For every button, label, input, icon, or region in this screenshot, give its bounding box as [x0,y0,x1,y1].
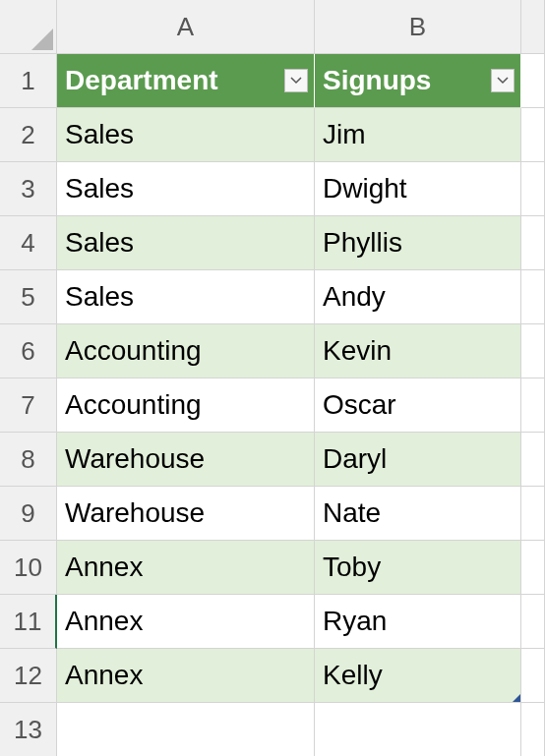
cell-stub[interactable] [521,595,545,649]
cell-stub[interactable] [521,324,545,378]
row-header-13[interactable]: 13 [0,703,57,756]
cell-stub[interactable] [521,649,545,703]
filter-button-department[interactable] [284,69,308,92]
cell-A7[interactable]: Accounting [57,378,315,433]
row-header-5[interactable]: 5 [0,270,57,324]
cell-B6[interactable]: Kevin [315,324,521,378]
cell-stub[interactable] [521,541,545,595]
select-all-corner[interactable] [0,0,57,54]
cell-B12[interactable]: Kelly [315,649,521,703]
cell-A10[interactable]: Annex [57,541,315,595]
cell-B9[interactable]: Nate [315,487,521,541]
row-header-7[interactable]: 7 [0,378,57,433]
cell-A8[interactable]: Warehouse [57,433,315,487]
cell-A13[interactable] [57,703,315,756]
column-header-A[interactable]: A [57,0,315,54]
cell-stub[interactable] [521,108,545,162]
row-header-11[interactable]: 11 [0,595,57,649]
cell-B2[interactable]: Jim [315,108,521,162]
row-header-9[interactable]: 9 [0,487,57,541]
row-header-12[interactable]: 12 [0,649,57,703]
cell-B7[interactable]: Oscar [315,378,521,433]
cell-A4[interactable]: Sales [57,216,315,270]
cell-A3[interactable]: Sales [57,162,315,216]
cell-stub[interactable] [521,487,545,541]
cell-B10[interactable]: Toby [315,541,521,595]
cell-stub[interactable] [521,378,545,433]
row-header-6[interactable]: 6 [0,324,57,378]
cell-A5[interactable]: Sales [57,270,315,324]
cell-B4[interactable]: Phyllis [315,216,521,270]
cell-B8[interactable]: Daryl [315,433,521,487]
cell-A6[interactable]: Accounting [57,324,315,378]
row-header-1[interactable]: 1 [0,54,57,108]
row-header-3[interactable]: 3 [0,162,57,216]
spreadsheet-grid[interactable]: A B 1 Department Signups 2 Sales Jim 3 S… [0,0,545,756]
row-header-10[interactable]: 10 [0,541,57,595]
table-header-department[interactable]: Department [57,54,315,108]
filter-button-signups[interactable] [491,69,515,92]
chevron-down-icon [497,77,509,85]
column-header-stub[interactable] [521,0,545,54]
cell-A2[interactable]: Sales [57,108,315,162]
cell-A9[interactable]: Warehouse [57,487,315,541]
cell-stub[interactable] [521,54,545,108]
cell-A11[interactable]: Annex [57,595,315,649]
cell-stub[interactable] [521,216,545,270]
chevron-down-icon [290,77,302,85]
cell-stub[interactable] [521,703,545,756]
cell-stub[interactable] [521,162,545,216]
table-header-label: Department [65,65,218,96]
row-header-2[interactable]: 2 [0,108,57,162]
row-header-4[interactable]: 4 [0,216,57,270]
cell-A12[interactable]: Annex [57,649,315,703]
cell-B11[interactable]: Ryan [315,595,521,649]
column-header-B[interactable]: B [315,0,521,54]
cell-B5[interactable]: Andy [315,270,521,324]
cell-B13[interactable] [315,703,521,756]
table-resize-handle[interactable] [513,694,520,702]
row-header-8[interactable]: 8 [0,433,57,487]
cell-B3[interactable]: Dwight [315,162,521,216]
cell-stub[interactable] [521,270,545,324]
cell-stub[interactable] [521,433,545,487]
table-header-signups[interactable]: Signups [315,54,521,108]
table-header-label: Signups [323,65,431,96]
